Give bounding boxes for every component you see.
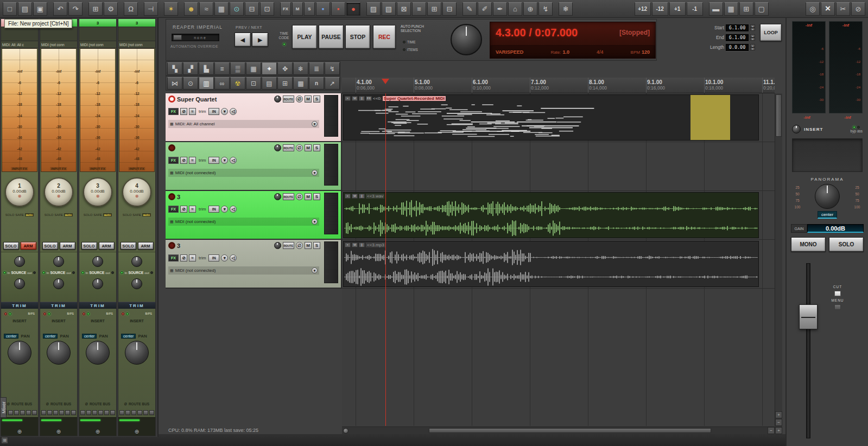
add-send-icon[interactable]: ⊕ bbox=[17, 429, 22, 435]
envelope-button[interactable]: ≈ bbox=[189, 254, 196, 262]
item-properties-icon[interactable]: ∥ bbox=[359, 96, 365, 101]
time-selection-button[interactable]: ⋈ bbox=[167, 77, 182, 90]
bypass-label[interactable]: B/PS bbox=[67, 312, 74, 315]
fx-button[interactable]: FX bbox=[168, 206, 179, 213]
envelope-button[interactable]: ≈ bbox=[189, 157, 196, 164]
next-marker-button[interactable]: ▶ bbox=[252, 33, 268, 47]
start-field[interactable]: 6.1.00 bbox=[726, 24, 749, 31]
midi-input-row[interactable]: ▦ MIDI (not connected) ▾ bbox=[168, 266, 319, 275]
region-insert-button[interactable]: ✒ bbox=[493, 2, 507, 16]
item-mute-icon[interactable]: M bbox=[352, 194, 358, 199]
fx-button[interactable]: FX bbox=[168, 157, 179, 164]
group-items-button[interactable]: ⊞ bbox=[427, 2, 441, 16]
item-name[interactable]: Super Quartet-Recorded MIDI bbox=[383, 96, 446, 101]
route-chip[interactable] bbox=[71, 410, 76, 415]
output-gain-knob[interactable] bbox=[53, 278, 64, 289]
route-chip[interactable] bbox=[104, 410, 109, 415]
record-monitor-button[interactable]: ◁ bbox=[230, 206, 237, 213]
performance-meter-button[interactable]: ⊟ bbox=[245, 2, 259, 16]
phase-button[interactable]: ∅ bbox=[296, 95, 303, 103]
audio-item-mp3[interactable]: ▪ M ∥ <<3.mp3 bbox=[343, 241, 759, 287]
start-spinner[interactable]: ▴▾ bbox=[750, 24, 755, 31]
pencil-mode-button[interactable]: ↗ bbox=[325, 77, 340, 90]
track-name[interactable]: 3 bbox=[177, 243, 273, 249]
record-monitor-button[interactable]: ◁ bbox=[230, 254, 237, 262]
phase-icon[interactable]: Ø bbox=[85, 402, 88, 406]
item-mute-icon[interactable]: M bbox=[352, 243, 358, 247]
channel-input-label[interactable]: MIDI (not conn bbox=[118, 41, 155, 48]
input-gain-knob[interactable] bbox=[53, 256, 64, 267]
mute-button[interactable]: M bbox=[305, 193, 312, 200]
horizontal-scroll-thumb[interactable] bbox=[429, 428, 711, 433]
Super Quartet[interactable]: Super Quartet ROUTE ∅ M S FX ⊘ ≈ trim IN… bbox=[166, 93, 341, 142]
item-properties-icon[interactable]: ∥ bbox=[359, 243, 365, 247]
channel-pan-knob[interactable] bbox=[125, 341, 149, 365]
mute-button[interactable]: M bbox=[305, 95, 312, 103]
channel-name-badge[interactable]: 3 bbox=[118, 19, 155, 27]
route-bus-row[interactable]: ØROUTE BUS bbox=[118, 400, 155, 407]
knob-reset-icon[interactable]: ⊗ bbox=[6, 194, 33, 199]
ripple-edit-button[interactable]: ≡ bbox=[412, 2, 426, 16]
play-button[interactable]: PLAY bbox=[292, 25, 317, 49]
length-field[interactable]: 0.0.00 bbox=[726, 44, 749, 51]
freeze-track-button[interactable]: ❄ bbox=[559, 2, 573, 16]
input-button[interactable]: IN bbox=[208, 108, 219, 115]
video-monitor-button[interactable]: ▢ bbox=[755, 2, 769, 16]
ruler-mode-button[interactable]: ⊣ bbox=[144, 2, 158, 16]
route-chip[interactable] bbox=[32, 410, 37, 415]
pitch-up-1-button[interactable]: +1 bbox=[669, 2, 686, 16]
route-button[interactable]: ROUTE bbox=[283, 193, 295, 200]
undo-button[interactable]: ↶ bbox=[53, 2, 67, 16]
channel-pan-knob[interactable] bbox=[86, 341, 110, 365]
render-button[interactable]: ◎ bbox=[806, 2, 820, 16]
bypass-label[interactable]: B/PS bbox=[106, 312, 113, 315]
midi-dropdown-icon[interactable]: ▾ bbox=[312, 267, 318, 273]
video-window-button[interactable]: ⊡ bbox=[260, 2, 274, 16]
big-clock-button[interactable]: ⊙ bbox=[230, 2, 244, 16]
master-pan-knob[interactable] bbox=[815, 184, 840, 209]
open-project-button[interactable]: ▤ bbox=[18, 2, 32, 16]
slider-handle[interactable] bbox=[173, 35, 182, 40]
item-fx-icon[interactable]: FX bbox=[366, 96, 372, 101]
channel-arm-button[interactable]: ARM bbox=[138, 242, 154, 250]
track-lane-4[interactable]: ▪ M ∥ <<3.mp3 bbox=[342, 240, 775, 289]
marker-insert-button[interactable]: ✐ bbox=[478, 2, 492, 16]
master-pan-value[interactable]: center bbox=[818, 211, 837, 219]
bpm-value[interactable]: 120 bbox=[642, 49, 650, 55]
item-grouping-button[interactable]: ▥ bbox=[199, 77, 214, 90]
remove-tool-button[interactable]: × bbox=[821, 2, 835, 16]
add-send-icon[interactable]: ⊕ bbox=[135, 429, 139, 435]
glue-items-button[interactable]: ⊕ bbox=[523, 2, 537, 16]
toolbar-spacer-1[interactable] bbox=[574, 2, 633, 16]
item-edit-button[interactable]: ▨ bbox=[366, 2, 381, 16]
source-label[interactable]: SOURCE bbox=[11, 271, 26, 275]
mute-button[interactable]: M bbox=[305, 242, 312, 249]
input-button[interactable]: IN bbox=[208, 206, 219, 213]
channel-level-meter[interactable]: -inf -6 -12 -18 -24 -30 -36 -42 -48 INPU… bbox=[119, 48, 155, 172]
vertical-scrollbar[interactable]: + − bbox=[775, 93, 782, 426]
time-signature[interactable]: 4/4 bbox=[597, 49, 604, 55]
item-lock-icon[interactable]: ▪ bbox=[345, 194, 351, 199]
add-send-icon[interactable]: ⊕ bbox=[96, 429, 100, 435]
midi-dropdown-icon[interactable]: ▾ bbox=[312, 219, 318, 225]
channel-level-meter[interactable]: -inf -6 -12 -18 -24 -30 -36 -42 -48 INPU… bbox=[41, 48, 77, 172]
length-spinner[interactable]: ▴▾ bbox=[750, 44, 755, 50]
item-lock-icon[interactable]: ▪ bbox=[345, 96, 351, 101]
record-arm-button[interactable] bbox=[168, 95, 175, 103]
lock-items-button[interactable]: ⊟ bbox=[442, 2, 457, 16]
spin-down-icon[interactable]: ▾ bbox=[750, 28, 755, 31]
arrange-view[interactable]: ▪ M ∥ FX <<0: Super Quartet-Recorded MID… bbox=[342, 93, 775, 426]
track-name[interactable]: Super Quartet bbox=[177, 96, 273, 103]
grid-settings-button[interactable]: ✶ bbox=[164, 2, 178, 16]
route-bus-row[interactable]: ØROUTE BUS bbox=[1, 400, 38, 407]
track-lane-3[interactable]: ▪ M ∥ <<3.wav bbox=[342, 191, 775, 240]
grid-star-button[interactable]: ✦ bbox=[262, 62, 277, 75]
channel-solo-button[interactable]: SOLO bbox=[81, 242, 97, 250]
3[interactable]: 3 ROUTE ∅ M S FX ⊘ ≈ trim IN ▾ ◁ bbox=[166, 191, 341, 240]
grid-snap-button[interactable]: ▦ bbox=[246, 62, 261, 75]
vertical-zoom-out-button[interactable]: − bbox=[775, 419, 782, 426]
track-manager-button[interactable]: ▚ bbox=[167, 62, 182, 75]
project-settings-button[interactable]: ⊞ bbox=[88, 2, 103, 16]
bypass-tool-button[interactable]: ⊘ bbox=[851, 2, 865, 16]
varispeed-label[interactable]: VARISPEED bbox=[496, 49, 523, 55]
